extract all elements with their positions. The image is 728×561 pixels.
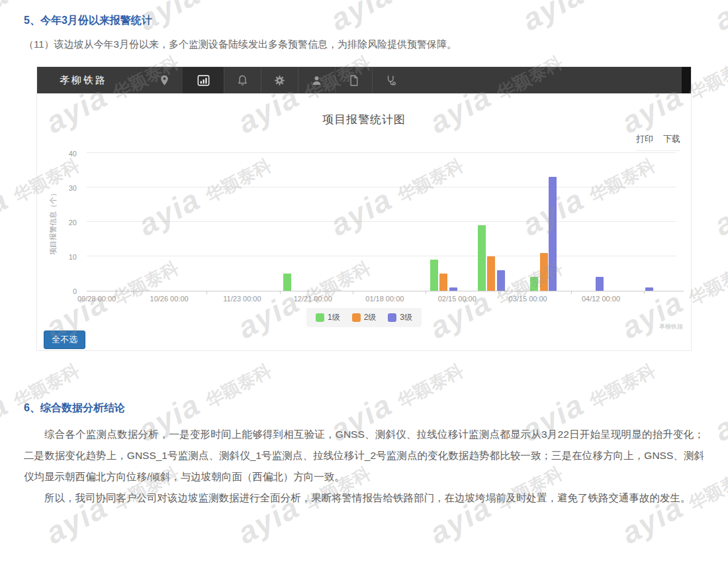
legend-item[interactable]: 3级 [388,312,412,323]
legend-item[interactable]: 2级 [352,312,377,323]
watermark-text: ayia华颖泰科 [708,144,728,243]
chart-bar [530,277,538,291]
watermark-text: ayia华颖泰科 [708,0,728,38]
stethoscope-icon [384,74,398,87]
x-axis-label: 12/21 00:00 [294,295,332,303]
x-axis-line [87,291,684,291]
x-axis-labels: 09/28 00:0010/26 00:0011/23 00:0012/21 0… [87,295,676,304]
app-brand: 孝柳铁路 [60,74,107,87]
nav-item-user[interactable] [298,67,335,93]
nav-item-statistics[interactable] [183,67,224,93]
chart-bar [497,270,505,291]
section6-body: 综合各个监测点数据分析，一是变形时间上能够得到相互验证，GNSS、测斜仪、拉线位… [24,424,704,509]
x-axis-label: 09/28 00:00 [77,295,116,303]
chart-bar [430,260,438,291]
section6-title: 6、综合数据分析结论 [24,401,125,415]
x-axis-tick [280,291,281,294]
y-axis: 010203040 [56,153,79,291]
nav-icon-group [146,67,409,93]
plot-area [87,153,676,291]
location-pin-icon [158,74,171,87]
x-axis-tick [206,291,207,294]
chart-bar [283,274,291,291]
chart-bar [487,256,495,291]
legend-swatch [352,313,361,322]
navbar-end-block [682,67,691,93]
user-icon [310,74,324,87]
gridline [87,221,676,222]
x-axis-label: 10/26 00:00 [150,295,189,303]
chart-bar [439,274,447,291]
y-tick-label: 0 [73,287,77,295]
watermark-text: ayia华颖泰科 [516,0,660,38]
x-axis-label: 04/12 00:00 [582,295,620,303]
gridline [87,256,676,256]
chart-bar [540,253,548,291]
legend-label: 1级 [328,312,340,323]
chart-toolbar: 打印 下载 [636,133,680,151]
watermark-latin: ayia [0,387,14,448]
watermark-chinese: 华颖泰科 [203,0,275,1]
x-axis-label: 02/15 00:00 [438,295,477,303]
watermark-chinese: 华颖泰科 [586,0,659,1]
bell-icon [236,74,250,87]
watermark-latin: ayia [325,0,398,37]
section6-paragraph-2: 所以，我司协同客户公司对该边坡监测数据进行全面分析，果断将警情报告给铁路部门，在… [24,487,704,509]
watermark-text: ayia华颖泰科 [132,0,276,38]
y-tick-label: 30 [69,184,77,192]
app-navbar: 孝柳铁路 [37,67,691,93]
x-axis-tick [644,291,645,294]
x-axis-tick [133,291,134,294]
watermark-text: ayia华颖泰科 [708,349,728,448]
bar-chart-icon [196,73,211,88]
legend-swatch [316,313,324,322]
section5-paragraph: （11）该边坡从今年3月份以来，多个监测设备陆续发出多条预警信息，为排除风险提供… [24,38,692,51]
watermark-text: ayia华颖泰科 [324,0,468,38]
section6-paragraph-1: 综合各个监测点数据分析，一是变形时间上能够得到相互验证，GNSS、测斜仪、拉线位… [24,424,704,487]
chart-legend: 1级2级3级 [306,308,422,327]
watermark-latin: ayia [709,181,728,242]
y-tick-label: 40 [69,150,77,158]
nav-item-alerts[interactable] [224,67,261,93]
watermark-latin: ayia [709,0,728,37]
gridline [87,152,676,153]
watermark-chinese: 华颖泰科 [394,360,467,411]
print-button[interactable]: 打印 [636,133,653,145]
chart-corner-mark: 孝柳铁路 [659,323,683,331]
watermark-latin: ayia [709,387,728,448]
report-page: { "document": { "section5": { "title": "… [0,0,728,561]
x-axis-label: 03/15 00:00 [509,295,547,303]
watermark-latin: ayia [0,181,14,242]
chart-bar [596,277,604,291]
document-icon [347,74,361,87]
legend-item[interactable]: 1级 [316,312,340,323]
download-button[interactable]: 下载 [663,133,680,145]
x-axis-tick [498,291,499,294]
gear-icon [273,74,287,87]
watermark-latin: ayia [517,0,590,37]
y-tick-label: 10 [69,253,77,261]
nav-item-report[interactable] [335,67,372,93]
nav-item-settings[interactable] [261,67,298,93]
watermark-chinese: 华颖泰科 [686,52,728,103]
gridline [87,187,676,187]
watermark-chinese: 华颖泰科 [586,360,659,411]
x-axis-tick [571,291,572,294]
x-axis-label: 01/18 00:00 [365,295,404,303]
watermark-latin: ayia [0,0,14,37]
nav-item-location[interactable] [146,67,183,93]
x-axis-tick [426,291,426,294]
section5-title: 5、今年3月份以来报警统计 [24,14,152,28]
app-screenshot-card: 孝柳铁路 [36,66,692,351]
nav-item-diagnosis[interactable] [372,67,409,93]
watermark-chinese: 华颖泰科 [686,258,728,309]
x-axis-tick [353,291,353,294]
chart-bar [549,177,557,291]
chart-title: 项目报警统计图 [37,112,691,127]
watermark-chinese: 华颖泰科 [394,0,467,1]
chart-bar [478,225,486,291]
y-tick-label: 20 [69,219,77,227]
select-none-button[interactable]: 全不选 [44,331,85,349]
legend-swatch [388,313,396,322]
legend-label: 2级 [364,312,377,323]
